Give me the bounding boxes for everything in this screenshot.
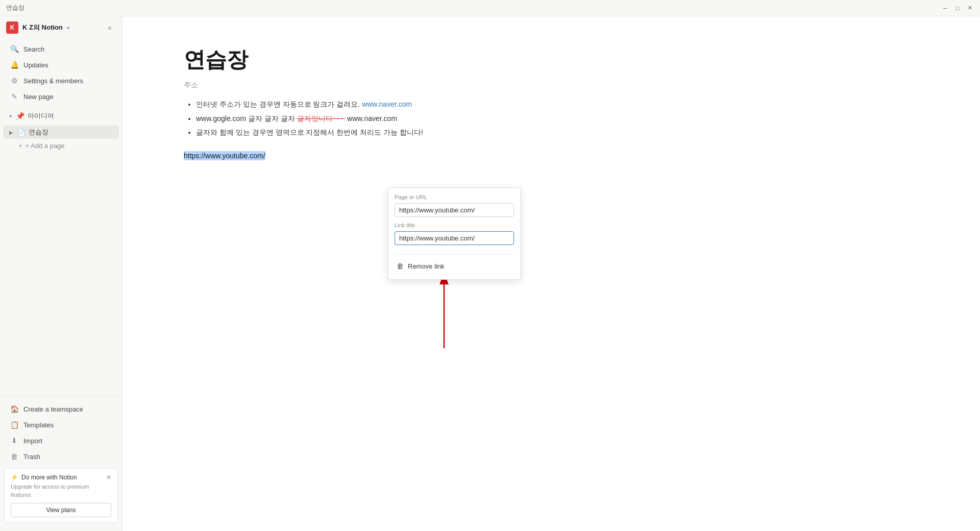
trash-label: Trash bbox=[23, 453, 40, 461]
main-content: 연습장 주소 인터넷 주소가 있는 경우엔 자동으로 링크가 걸려요. www.… bbox=[122, 16, 980, 531]
view-plans-button[interactable]: View plans bbox=[11, 503, 111, 517]
add-page-label: + Add a page bbox=[26, 142, 65, 150]
settings-label: Settings & members bbox=[23, 77, 83, 85]
sidebar-item-settings[interactable]: ⚙ Settings & members bbox=[3, 73, 119, 88]
bullet-item-1: 인터넷 주소가 있는 경우엔 자동으로 링크가 걸려요. www.naver.c… bbox=[196, 98, 919, 111]
minimize-button[interactable]: ─ bbox=[941, 4, 949, 12]
promo-close-button[interactable]: ✕ bbox=[106, 474, 111, 481]
collapse-sidebar-button[interactable]: « bbox=[104, 21, 116, 34]
add-page-plus-icon: + bbox=[18, 142, 22, 150]
app-layout: K K Z의 Notion ▾ « 🔍 Search 🔔 Updates ⚙ S… bbox=[0, 16, 980, 531]
popup-divider bbox=[395, 254, 514, 255]
link-title-input[interactable] bbox=[395, 231, 514, 245]
favorites-expand-icon: ▾ bbox=[9, 113, 12, 119]
new-page-label: New page bbox=[23, 93, 54, 101]
promo-icon: ⚡ bbox=[11, 474, 18, 481]
page-url-label: Page or URL bbox=[395, 194, 514, 200]
workspace-name: K Z의 Notion bbox=[22, 23, 63, 32]
promo-title: ⚡ Do more with Notion bbox=[11, 474, 77, 481]
maximize-button[interactable]: □ bbox=[953, 4, 962, 12]
sidebar-nav: 🔍 Search 🔔 Updates ⚙ Settings & members … bbox=[0, 39, 122, 107]
sidebar-item-import[interactable]: ⬇ Import bbox=[3, 433, 119, 448]
selected-link-container: https://www.youtube.com/ bbox=[184, 151, 919, 160]
search-icon: 🔍 bbox=[9, 44, 19, 54]
sidebar-item-yeonseup[interactable]: ▶ 📄 연습장 bbox=[3, 126, 119, 139]
titlebar-title: 연습장 bbox=[6, 4, 24, 12]
teamspace-icon: 🏠 bbox=[9, 404, 19, 414]
link-title-label: Link title bbox=[395, 222, 514, 228]
sidebar: K K Z의 Notion ▾ « 🔍 Search 🔔 Updates ⚙ S… bbox=[0, 16, 122, 531]
sidebar-item-search[interactable]: 🔍 Search bbox=[3, 41, 119, 57]
pin-icon: 📌 bbox=[16, 112, 24, 120]
templates-icon: 📋 bbox=[9, 420, 19, 430]
remove-link-trash-icon: 🗑 bbox=[397, 262, 404, 270]
bullet-item-3: 글자와 함께 있는 경우엔 영역으로 지정해서 한번에 처리도 가능 합니다! bbox=[196, 126, 919, 139]
sidebar-item-updates[interactable]: 🔔 Updates bbox=[3, 57, 119, 73]
import-label: Import bbox=[23, 437, 42, 445]
bullet-list: 인터넷 주소가 있는 경우엔 자동으로 링크가 걸려요. www.naver.c… bbox=[184, 98, 919, 139]
promo-card: ⚡ Do more with Notion ✕ Upgrade for acce… bbox=[4, 468, 118, 523]
favorites-section: ▾ 📌 아이디어 bbox=[0, 107, 122, 125]
add-page-button[interactable]: + + Add a page bbox=[3, 140, 119, 152]
sidebar-item-trash[interactable]: 🗑 Trash bbox=[3, 449, 119, 464]
page-doc-icon: 📄 bbox=[17, 129, 26, 136]
teamspace-label: Create a teamspace bbox=[23, 405, 83, 413]
bullet-2-text-before: www.gogle.com 글자 글자 글자 bbox=[196, 114, 297, 123]
import-icon: ⬇ bbox=[9, 436, 19, 446]
page-subtitle: 주소 bbox=[184, 81, 919, 90]
settings-icon: ⚙ bbox=[9, 76, 19, 86]
workspace-chevron-icon: ▾ bbox=[67, 25, 69, 31]
favorites-label: 아이디어 bbox=[28, 111, 54, 120]
remove-link-button[interactable]: 🗑 Remove link bbox=[395, 259, 514, 273]
bullet-1-text: 인터넷 주소가 있는 경우엔 자동으로 링크가 걸려요. bbox=[196, 100, 360, 108]
close-button[interactable]: ✕ bbox=[966, 4, 974, 12]
page-expand-icon: ▶ bbox=[9, 130, 13, 135]
updates-icon: 🔔 bbox=[9, 60, 19, 70]
remove-link-label: Remove link bbox=[408, 262, 445, 270]
bullet-3-text: 글자와 함께 있는 경우엔 영역으로 지정해서 한번에 처리도 가능 합니다! bbox=[196, 128, 423, 136]
trash-icon: 🗑 bbox=[9, 451, 19, 462]
templates-label: Templates bbox=[23, 421, 54, 429]
titlebar: 연습장 ─ □ ✕ bbox=[0, 0, 980, 16]
updates-label: Updates bbox=[23, 61, 48, 69]
bullet-1-link[interactable]: www.naver.com bbox=[362, 100, 412, 108]
workspace-info[interactable]: K K Z의 Notion ▾ bbox=[6, 21, 69, 34]
favorites-header[interactable]: ▾ 📌 아이디어 bbox=[3, 109, 119, 123]
sidebar-bottom: 🏠 Create a teamspace 📋 Templates ⬇ Impor… bbox=[0, 396, 122, 531]
bullet-item-2: www.gogle.com 글자 글자 글자 글자있니다~~~ www.nave… bbox=[196, 112, 919, 125]
sidebar-item-teamspace[interactable]: 🏠 Create a teamspace bbox=[3, 401, 119, 417]
sidebar-header: K K Z의 Notion ▾ « bbox=[0, 16, 122, 39]
bullet-2-text-after: www.naver.com bbox=[345, 114, 397, 123]
promo-description: Upgrade for access to premium features. bbox=[11, 483, 111, 499]
titlebar-controls: ─ □ ✕ bbox=[941, 4, 974, 12]
promo-header: ⚡ Do more with Notion ✕ bbox=[11, 474, 111, 481]
link-popup: Page or URL Link title 🗑 Remove link bbox=[388, 187, 521, 280]
page-title: 연습장 bbox=[184, 47, 919, 73]
page-url-input[interactable] bbox=[395, 203, 514, 217]
sidebar-item-templates[interactable]: 📋 Templates bbox=[3, 417, 119, 432]
sidebar-item-new-page[interactable]: ✎ New page bbox=[3, 89, 119, 104]
new-page-icon: ✎ bbox=[9, 91, 19, 102]
search-label: Search bbox=[23, 45, 44, 53]
bullet-2-strikethrough: 글자있니다~~~ bbox=[297, 114, 346, 123]
promo-title-text: Do more with Notion bbox=[21, 474, 77, 481]
workspace-icon: K bbox=[6, 21, 18, 34]
page-label: 연습장 bbox=[29, 128, 48, 137]
selected-link-text[interactable]: https://www.youtube.com/ bbox=[184, 151, 265, 160]
